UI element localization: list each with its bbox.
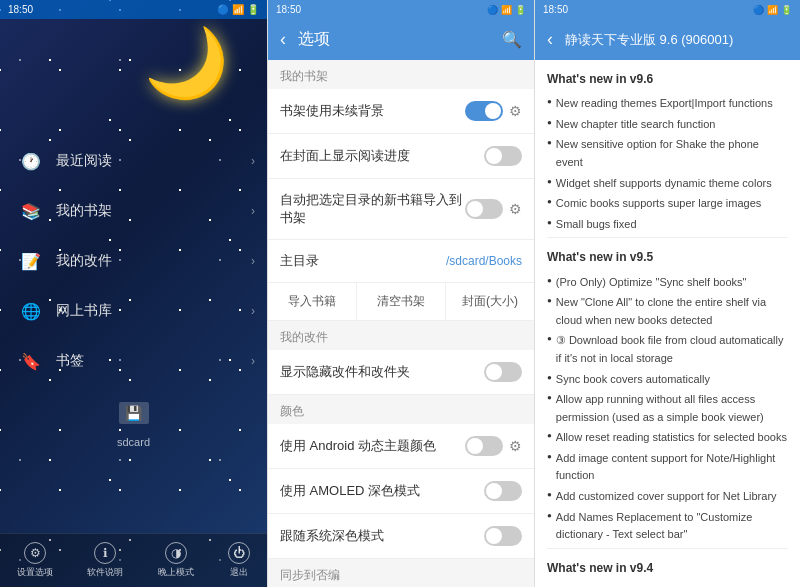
bullet-icon: ● <box>547 96 552 109</box>
clear-shelf-button[interactable]: 清空书架 <box>357 283 446 320</box>
info-label: 软件说明 <box>87 566 123 579</box>
sidebar-item-online[interactable]: 🌐 网上书库 › <box>0 286 267 336</box>
changelog-title: 静读天下专业版 9.6 (906001) <box>565 31 788 49</box>
settings-button[interactable]: ⚙ 设置选项 <box>17 542 53 579</box>
sidebar-item-shelf[interactable]: 📚 我的书架 › <box>0 186 267 236</box>
toggle-background[interactable] <box>465 101 503 121</box>
changelog-text: Add customized cover support for Net Lib… <box>556 488 777 506</box>
exit-button[interactable]: ⏻ 退出 <box>228 542 250 579</box>
nav-menu: 🕐 最近阅读 › 📚 我的书架 › 📝 我的改件 › 🌐 网上书库 › 🔖 书签… <box>0 59 267 533</box>
back-button-right[interactable]: ‹ <box>547 29 553 50</box>
setting-controls: ⚙ <box>465 199 522 219</box>
changelog-text: Add image content support for Note/Highl… <box>556 450 788 485</box>
bluetooth-icon-right: 🔵 <box>753 5 764 15</box>
sidebar-item-label: 我的书架 <box>56 202 112 220</box>
toggle-auto-import[interactable] <box>465 199 503 219</box>
gear-button[interactable]: ⚙ <box>509 201 522 217</box>
setting-progress: 在封面上显示阅读进度 <box>268 134 534 179</box>
battery-icon-right: 🔋 <box>781 5 792 15</box>
toggle-system-dark[interactable] <box>484 526 522 546</box>
sidebar-item-label: 最近阅读 <box>56 152 112 170</box>
bullet-icon: ● <box>547 217 552 230</box>
sidebar-item-recent[interactable]: 🕐 最近阅读 › <box>0 136 267 186</box>
setting-main-dir[interactable]: 主目录 /sdcard/Books <box>268 240 534 283</box>
setting-label: 使用 Android 动态主题颜色 <box>280 437 465 455</box>
clock-icon: 🕐 <box>20 150 42 172</box>
sdcard-section: 💾 sdcard <box>0 386 267 456</box>
toggle-amoled[interactable] <box>484 481 522 501</box>
battery-icon-mid: 🔋 <box>515 5 526 15</box>
setting-auto-import: 自动把选定目录的新书籍导入到书架 ⚙ <box>268 179 534 240</box>
sidebar-item-label: 网上书库 <box>56 302 112 320</box>
changelog-item: ● New "Clone All" to clone the entire sh… <box>547 294 788 329</box>
time-right: 18:50 <box>543 4 568 15</box>
setting-label: 自动把选定目录的新书籍导入到书架 <box>280 191 465 227</box>
settings-scroll[interactable]: 我的书架 书架使用未续背景 ⚙ 在封面上显示阅读进度 自动把选定目录的新书籍导入… <box>268 60 534 587</box>
changelog-text: Comic books supports super large images <box>556 195 761 213</box>
chevron-right-icon: › <box>251 354 255 368</box>
version-heading-v96: What's new in v9.6 <box>547 70 788 89</box>
action-buttons: 导入书籍 清空书架 封面(大小) <box>268 283 534 321</box>
bullet-icon: ● <box>547 196 552 209</box>
sidebar-item-bookmarks[interactable]: 🔖 书签 › <box>0 336 267 386</box>
setting-background: 书架使用未续背景 ⚙ <box>268 89 534 134</box>
cover-size-button[interactable]: 封面(大小) <box>446 283 534 320</box>
bullet-icon: ● <box>547 451 552 464</box>
changelog-text: Add Names Replacement to "Customize dict… <box>556 509 788 544</box>
info-icon: ℹ <box>94 542 116 564</box>
night-mode-button[interactable]: ◑ 晚上模式 <box>158 542 194 579</box>
changelog-text: New reading themes Export|Import functio… <box>556 95 773 113</box>
changelog-scroll[interactable]: What's new in v9.6 ● New reading themes … <box>535 60 800 587</box>
settings-title: 选项 <box>298 29 502 50</box>
setting-label: 书架使用未续背景 <box>280 102 465 120</box>
toggle-hidden[interactable] <box>484 362 522 382</box>
settings-label: 设置选项 <box>17 566 53 579</box>
exit-icon: ⏻ <box>228 542 250 564</box>
right-panel: 18:50 🔵 📶 🔋 ‹ 静读天下专业版 9.6 (906001) What'… <box>534 0 800 587</box>
search-icon[interactable]: 🔍 <box>502 30 522 49</box>
status-icons-right: 🔵 📶 🔋 <box>753 5 792 15</box>
setting-controls: ⚙ <box>465 101 522 121</box>
toggle-progress[interactable] <box>484 146 522 166</box>
import-books-button[interactable]: 导入书籍 <box>268 283 357 320</box>
setting-hidden-files: 显示隐藏改件和改件夹 <box>268 350 534 395</box>
changelog-text: Sync book covers automatically <box>556 371 710 389</box>
signal-icon-mid: 📶 <box>501 5 512 15</box>
status-bar-left: 18:50 🔵 📶 🔋 <box>0 0 267 19</box>
changelog-item: ● Add Names Replacement to "Customize di… <box>547 509 788 544</box>
section-sync: 同步到否编 <box>268 559 534 587</box>
gear-button[interactable]: ⚙ <box>509 438 522 454</box>
gear-button[interactable]: ⚙ <box>509 103 522 119</box>
changelog-item: ● Widget shelf supports dynamic theme co… <box>547 175 788 193</box>
toggle-android-theme[interactable] <box>465 436 503 456</box>
status-bar-mid: 18:50 🔵 📶 🔋 <box>268 0 534 19</box>
setting-android-theme: 使用 Android 动态主题颜色 ⚙ <box>268 424 534 469</box>
changelog-text: New sensitive option for Shake the phone… <box>556 136 788 171</box>
globe-icon: 🌐 <box>20 300 42 322</box>
bullet-icon: ● <box>547 372 552 385</box>
changelog-item: ● Allow app running without all files ac… <box>547 391 788 426</box>
time-left: 18:50 <box>8 4 33 15</box>
changelog-item: ● Add image content support for Note/Hig… <box>547 450 788 485</box>
time-mid: 18:50 <box>276 4 301 15</box>
changelog-text: Widget shelf supports dynamic theme colo… <box>556 175 772 193</box>
status-icons-left: 🔵 📶 🔋 <box>217 4 259 15</box>
changelog-text: New "Clone All" to clone the entire shel… <box>556 294 788 329</box>
sidebar-item-label: 书签 <box>56 352 84 370</box>
chevron-right-icon: › <box>251 204 255 218</box>
version-heading-v95: What's new in v9.5 <box>547 248 788 267</box>
changelog-item: ● New reading themes Export|Import funct… <box>547 95 788 113</box>
sidebar-item-edits[interactable]: 📝 我的改件 › <box>0 236 267 286</box>
changelog-text: Allow reset reading statistics for selec… <box>556 429 787 447</box>
setting-label: 显示隐藏改件和改件夹 <box>280 363 484 381</box>
changelog-text: Small bugs fixed <box>556 216 637 234</box>
exit-label: 退出 <box>230 566 248 579</box>
back-button[interactable]: ‹ <box>280 29 286 50</box>
setting-controls <box>484 362 522 382</box>
info-button[interactable]: ℹ 软件说明 <box>87 542 123 579</box>
divider <box>547 237 788 238</box>
version-heading-v94: What's new in v9.4 <box>547 559 788 578</box>
changelog-item: ● Small bugs fixed <box>547 216 788 234</box>
settings-header: ‹ 选项 🔍 <box>268 19 534 60</box>
sdcard-icon: 💾 <box>119 402 149 424</box>
